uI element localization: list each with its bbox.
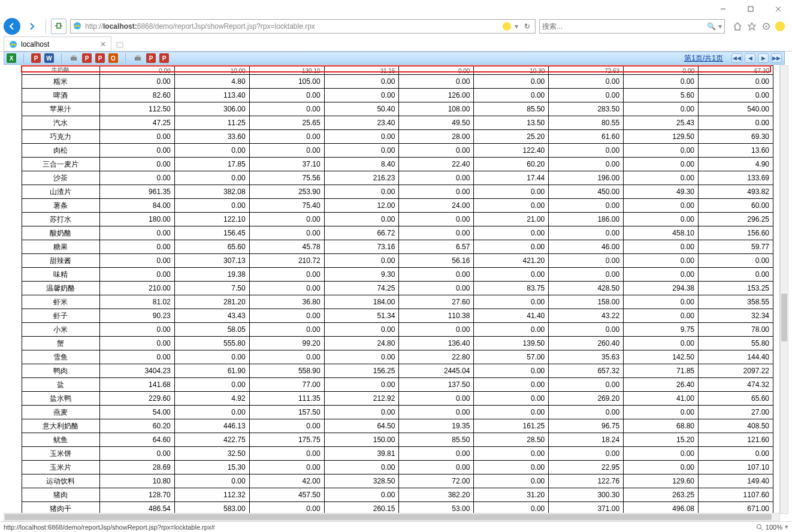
smiley-icon[interactable] xyxy=(775,22,785,31)
back-button[interactable] xyxy=(4,18,20,35)
refresh-button[interactable]: ↻ xyxy=(522,22,533,31)
table-row: 甜辣酱0.00307.13210.720.0056.16421.200.000.… xyxy=(22,254,773,268)
value-cell: 122.40 xyxy=(474,144,549,158)
value-cell: 74.25 xyxy=(324,282,399,295)
value-cell: 0.00 xyxy=(624,213,699,226)
value-cell: 0.00 xyxy=(699,89,773,102)
value-cell: 50.40 xyxy=(324,102,399,116)
zoom-dropdown-icon[interactable]: ▾ xyxy=(785,523,788,531)
print-pdf-2-icon[interactable]: P xyxy=(95,53,105,63)
product-name-cell: 雪鱼 xyxy=(22,350,100,364)
value-cell: 23.40 xyxy=(324,116,399,130)
home-icon[interactable] xyxy=(732,21,743,32)
value-cell: 0.00 xyxy=(249,282,324,295)
value-cell: 84.00 xyxy=(99,199,174,213)
value-cell: 294.38 xyxy=(624,282,699,295)
product-name-cell: 苹果汁 xyxy=(22,102,100,116)
value-cell: 0.00 xyxy=(474,502,549,515)
export-pdf-icon[interactable]: P xyxy=(31,53,41,63)
value-cell: 110.38 xyxy=(399,309,474,323)
print-pdf-4-icon[interactable]: P xyxy=(159,53,169,63)
table-row: 苏打水180.00122.100.000.000.0021.00186.000.… xyxy=(22,213,773,226)
zoom-control[interactable]: 100% ▾ xyxy=(756,523,788,531)
prev-page-button[interactable]: ◀ xyxy=(745,53,755,63)
forward-button[interactable] xyxy=(24,18,41,35)
value-cell: 137.50 xyxy=(399,378,474,392)
first-page-button[interactable]: ◀◀ xyxy=(731,53,742,63)
value-cell: 126.00 xyxy=(399,89,474,102)
value-cell: 19.38 xyxy=(174,268,249,282)
horizontal-scrollbar[interactable] xyxy=(4,513,780,521)
print-pdf-3-icon[interactable]: P xyxy=(146,53,156,63)
value-cell: 0.00 xyxy=(474,226,549,240)
maximize-button[interactable] xyxy=(737,0,764,18)
value-cell: 0.00 xyxy=(624,254,699,268)
value-cell: 408.50 xyxy=(699,419,773,433)
vertical-scrollbar[interactable] xyxy=(780,65,788,514)
search-bar[interactable]: 🔍 ▾ xyxy=(539,19,725,34)
svg-point-10 xyxy=(766,26,767,28)
minimize-button[interactable] xyxy=(709,0,737,18)
export-excel-icon[interactable]: X xyxy=(7,53,16,63)
value-cell: 17.85 xyxy=(174,158,249,171)
value-cell: 12.00 xyxy=(324,199,399,213)
dropdown-icon[interactable]: ▾ xyxy=(515,22,518,31)
page-indicator[interactable]: 第1页/共1页 xyxy=(684,53,727,64)
close-tab-icon[interactable]: ✕ xyxy=(100,40,106,49)
scrollbar-thumb[interactable] xyxy=(5,514,772,520)
value-cell: 82.60 xyxy=(99,89,174,102)
value-cell: 0.00 xyxy=(99,447,174,461)
product-name-cell: 鸭肉 xyxy=(22,364,100,378)
search-icon[interactable]: 🔍 xyxy=(705,22,718,31)
value-cell: 113.40 xyxy=(174,89,249,102)
emoji-icon[interactable] xyxy=(503,22,511,31)
export-ppt-icon[interactable]: O xyxy=(108,53,118,63)
browser-nav: http://localhost:6868/demo/reportJsp/sho… xyxy=(0,17,792,36)
value-cell: 1107.60 xyxy=(699,488,773,502)
table-row: 盐水鸭229.604.92111.35212.920.000.00269.204… xyxy=(22,392,773,406)
value-cell: 0.00 xyxy=(549,144,624,158)
close-button[interactable] xyxy=(764,0,792,18)
value-cell: 7.50 xyxy=(174,282,249,295)
value-cell: 22.95 xyxy=(549,461,624,474)
value-cell: 0.00 xyxy=(549,199,624,213)
search-dropdown-icon[interactable]: ▾ xyxy=(718,22,722,31)
ie-favicon-icon xyxy=(73,22,81,32)
export-word-icon[interactable]: W xyxy=(44,53,54,63)
browser-tab[interactable]: localhost ✕ xyxy=(4,37,111,51)
search-input[interactable] xyxy=(542,22,705,31)
product-name-cell: 意大利奶酪 xyxy=(22,419,100,433)
value-cell: 21.00 xyxy=(474,213,549,226)
value-cell: 0.00 xyxy=(99,75,174,89)
value-cell: 0.00 xyxy=(249,213,324,226)
tools-icon[interactable] xyxy=(761,21,772,32)
value-cell: 253.90 xyxy=(249,185,324,199)
table-row: 小米0.0058.050.000.000.000.000.009.7578.00 xyxy=(22,323,773,337)
value-cell: 49.30 xyxy=(624,185,699,199)
value-cell: 0.00 xyxy=(324,406,399,419)
value-cell: 10.00 xyxy=(174,66,249,75)
compat-view-button[interactable] xyxy=(51,19,66,34)
print-pdf-1-icon[interactable]: P xyxy=(82,53,92,63)
table-row: 虾米81.02281.2036.80184.0027.600.00158.000… xyxy=(22,295,773,309)
favorites-icon[interactable] xyxy=(746,21,757,32)
value-cell: 0.00 xyxy=(399,323,474,337)
next-page-button[interactable]: ▶ xyxy=(758,53,769,63)
print2-icon[interactable] xyxy=(133,53,143,63)
product-name-cell: 小米 xyxy=(22,323,100,337)
value-cell: 0.00 xyxy=(399,213,474,226)
print-icon[interactable] xyxy=(69,53,78,63)
value-cell: 0.00 xyxy=(474,364,549,378)
value-cell: 28.50 xyxy=(474,433,549,447)
value-cell: 122.76 xyxy=(549,474,624,488)
value-cell: 0.00 xyxy=(549,89,624,102)
value-cell: 129.60 xyxy=(624,474,699,488)
address-bar[interactable]: http://localhost:6868/demo/reportJsp/sho… xyxy=(70,19,536,34)
svg-rect-15 xyxy=(135,57,141,61)
value-cell: 77.00 xyxy=(249,378,324,392)
scrollbar-thumb[interactable] xyxy=(781,294,787,341)
new-tab-button[interactable] xyxy=(113,39,127,51)
value-cell: 0.00 xyxy=(399,268,474,282)
product-name-cell: 巧克力 xyxy=(22,130,100,144)
last-page-button[interactable]: ▶▶ xyxy=(771,53,782,63)
